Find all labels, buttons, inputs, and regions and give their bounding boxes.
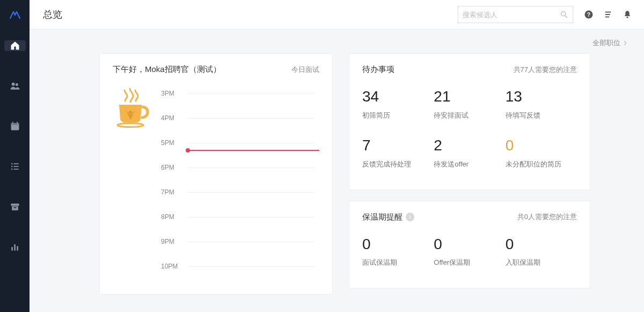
time-slot: 7PM [161, 180, 314, 205]
stat-item[interactable]: 21待安排面试 [434, 81, 505, 130]
list-icon [10, 161, 20, 172]
page-title: 总览 [43, 8, 62, 21]
nav-home[interactable] [4, 40, 26, 51]
menu-icon[interactable] [603, 10, 613, 19]
header-icon-group: ? [584, 10, 632, 19]
stat-item[interactable]: 2待发送offer [434, 130, 505, 179]
warm-title: 保温期提醒 [362, 212, 402, 222]
todo-stat-grid: 34初筛简历 21待安排面试 13待填写反馈 7反馈完成待处理 2待发送offe… [362, 81, 577, 179]
svg-rect-20 [11, 204, 19, 206]
svg-point-14 [11, 163, 12, 165]
warm-summary[interactable]: 共0人需要您的注意 [517, 212, 577, 222]
greeting-text: 下午好，Moka招聘官（测试） [113, 64, 221, 75]
stat-item[interactable]: 7反馈完成待处理 [362, 130, 434, 179]
warm-card: 保温期提醒 i 共0人需要您的注意 0面试保温期 0Offer保温期 0入职保温… [349, 201, 590, 289]
info-icon[interactable]: i [406, 213, 414, 221]
content-toolbar: 全部职位 [99, 37, 628, 49]
nav-list[interactable] [4, 161, 26, 172]
nav-stats[interactable] [4, 242, 26, 252]
left-sidebar [0, 30, 30, 312]
stat-item[interactable]: 0面试保温期 [362, 229, 434, 278]
archive-icon [10, 201, 20, 212]
nav-people[interactable] [4, 81, 26, 91]
svg-rect-17 [13, 166, 18, 167]
svg-rect-21 [12, 206, 18, 211]
time-slot: 4PM [161, 106, 314, 130]
bar-chart-icon [10, 242, 20, 252]
coffee-illustration [113, 88, 150, 128]
svg-point-7 [627, 17, 628, 18]
bell-icon[interactable] [623, 10, 632, 19]
todo-summary[interactable]: 共77人需要您的注意 [514, 65, 577, 75]
people-icon [10, 81, 20, 91]
svg-point-18 [11, 169, 12, 170]
timeline-scroll[interactable]: 3PM 4PM 5PM 6PM 7PM 8PM 9PM 10PM [113, 81, 319, 280]
svg-rect-19 [13, 169, 18, 170]
main-content: 全部职位 下午好，Moka招聘官（测试） 今日面试 [30, 30, 644, 312]
search-icon[interactable] [560, 10, 568, 19]
todo-title: 待办事项 [362, 64, 394, 75]
svg-rect-12 [12, 122, 13, 124]
search-box[interactable] [458, 6, 573, 23]
stat-item[interactable]: 0Offer保温期 [434, 229, 505, 278]
time-slot: 8PM [161, 205, 314, 229]
calendar-icon [10, 121, 20, 132]
today-interview-link[interactable]: 今日面试 [291, 65, 319, 75]
svg-rect-11 [11, 123, 19, 125]
svg-rect-22 [13, 207, 16, 208]
svg-point-8 [11, 83, 14, 86]
help-icon[interactable]: ? [584, 10, 594, 19]
time-slot: 5PM [161, 130, 314, 155]
greeting-card: 下午好，Moka招聘官（测试） 今日面试 3PM [99, 53, 333, 295]
timeline: 3PM 4PM 5PM 6PM 7PM 8PM 9PM 10PM [161, 81, 314, 279]
nav-archive[interactable] [4, 201, 26, 212]
svg-point-27 [118, 124, 143, 127]
svg-rect-15 [13, 163, 18, 164]
search-input[interactable] [463, 11, 560, 19]
stat-item[interactable]: 13待填写反馈 [506, 81, 577, 130]
svg-rect-13 [17, 122, 18, 124]
time-slot: 6PM [161, 155, 314, 180]
warm-stat-grid: 0面试保温期 0Offer保温期 0入职保温期 [362, 229, 577, 278]
time-slot: 3PM [161, 81, 314, 106]
todo-card: 待办事项 共77人需要您的注意 34初筛简历 21待安排面试 13待填写反馈 7… [349, 53, 590, 190]
svg-point-0 [561, 12, 566, 16]
svg-line-1 [565, 16, 567, 18]
svg-point-16 [11, 166, 12, 168]
nav-calendar[interactable] [4, 121, 26, 132]
all-positions-link[interactable]: 全部职位 [592, 38, 628, 48]
logo-icon [9, 8, 21, 21]
svg-rect-25 [17, 246, 18, 250]
stat-item[interactable]: 0入职保温期 [506, 229, 577, 278]
svg-text:?: ? [587, 11, 590, 18]
coffee-icon [113, 88, 150, 128]
chevron-right-icon [623, 40, 628, 46]
all-positions-label: 全部职位 [592, 38, 620, 48]
time-slot: 9PM [161, 229, 314, 254]
svg-point-9 [15, 83, 18, 86]
top-header: 总览 ? [0, 0, 644, 30]
time-slot: 10PM [161, 254, 314, 279]
svg-rect-24 [14, 244, 16, 251]
stat-item[interactable]: 0未分配职位的简历 [506, 130, 577, 179]
home-icon [10, 40, 20, 51]
brand-logo[interactable] [0, 0, 30, 30]
svg-rect-23 [11, 247, 13, 251]
current-time-line [188, 150, 319, 151]
stat-item[interactable]: 34初筛简历 [362, 81, 434, 130]
